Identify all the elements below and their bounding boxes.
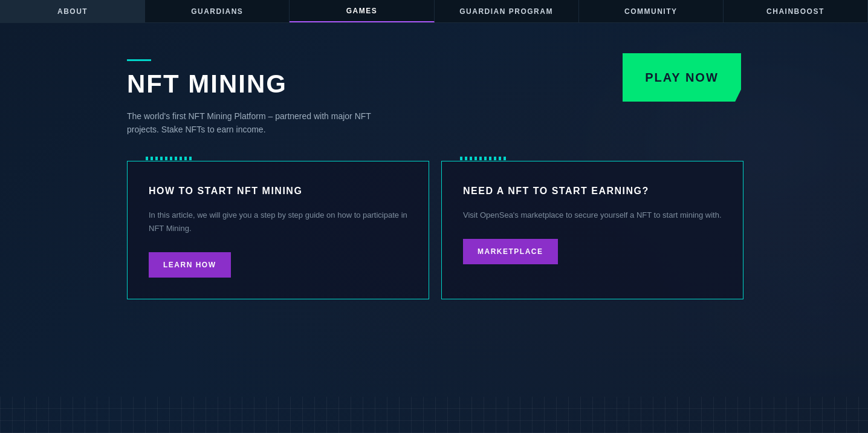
nav-item-community[interactable]: COMMUNITY xyxy=(579,0,724,22)
nav-item-guardians[interactable]: GUARDIANS xyxy=(145,0,290,22)
play-now-button[interactable]: PLAY NOW xyxy=(623,53,741,102)
card-need-nft: NEED A NFT TO START EARNING? Visit OpenS… xyxy=(441,161,743,299)
nav-item-guardian-program[interactable]: GUARDIAN PROGRAM xyxy=(435,0,579,22)
card-2-title: NEED A NFT TO START EARNING? xyxy=(463,186,722,197)
marketplace-button[interactable]: MARKETPLACE xyxy=(463,239,558,264)
card-1-description: In this article, we will give you a step… xyxy=(149,209,407,235)
accent-line xyxy=(127,59,151,61)
main-content: PLAY NOW NFT MINING The world's first NF… xyxy=(0,23,868,433)
navigation: ABOUT GUARDIANS GAMES GUARDIAN PROGRAM C… xyxy=(0,0,868,23)
nav-item-about[interactable]: ABOUT xyxy=(0,0,145,22)
nav-item-chainboost[interactable]: CHAINBOOST xyxy=(724,0,868,22)
cards-container: HOW TO START NFT MINING In this article,… xyxy=(127,161,743,299)
nav-item-games[interactable]: GAMES xyxy=(290,0,434,22)
page-title: NFT MINING xyxy=(127,70,868,99)
card-1-title: HOW TO START NFT MINING xyxy=(149,186,407,197)
bottom-grid-decoration xyxy=(0,397,868,433)
page-description: The world's first NFT Mining Platform – … xyxy=(127,109,387,137)
learn-how-button[interactable]: LEARN HOW xyxy=(149,252,231,278)
card-2-description: Visit OpenSea's marketplace to secure yo… xyxy=(463,209,722,222)
card-how-to-start: HOW TO START NFT MINING In this article,… xyxy=(127,161,429,299)
